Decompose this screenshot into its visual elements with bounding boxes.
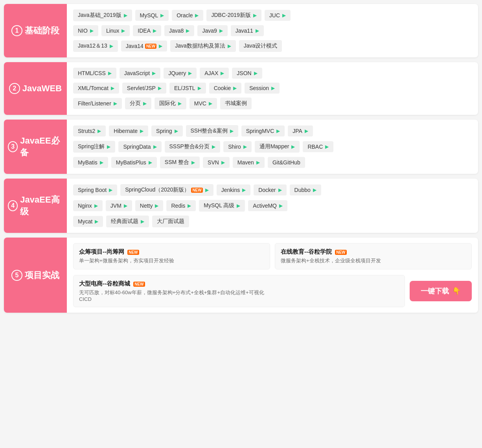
tag-section2-0-3[interactable]: AJAX▶ — [200, 68, 229, 79]
tag-section1-2-0[interactable]: Java12＆13▶ — [73, 40, 118, 52]
tag-section1-0-0[interactable]: Java基础_2019版▶ — [73, 9, 132, 21]
tag-section4-1-3[interactable]: Redis▶ — [166, 200, 196, 211]
tag-text: Dubbo — [294, 187, 311, 193]
tag-text: MySQL — [140, 12, 158, 18]
arrow-icon: ▶ — [124, 203, 127, 208]
project-large-card[interactable]: 大型电商--谷粒商城 NEW 无可匹敌，对标40-60w年薪，微服务架构+分布式… — [73, 275, 405, 307]
tag-section3-1-1[interactable]: SpringData▶ — [118, 141, 161, 152]
section4: 4 JavaEE高级 Spring Boot▶SpringCloud（2020新… — [4, 179, 478, 233]
tag-text: JVM — [110, 203, 121, 209]
arrow-icon: ▶ — [153, 28, 156, 33]
tag-section1-2-2[interactable]: Java数据结构及算法▶ — [170, 40, 236, 52]
tag-section2-0-0[interactable]: HTML/CSS▶ — [73, 68, 116, 79]
arrow-icon: ▶ — [195, 13, 199, 18]
tag-section4-2-2[interactable]: 大厂面试题 — [152, 216, 189, 227]
tag-section1-0-1[interactable]: MySQL▶ — [135, 10, 169, 21]
section2-content: HTML/CSS▶JavaScript▶JQuery▶AJAX▶JSON▶XML… — [67, 62, 478, 115]
section3-content: Struts2▶Hibernate▶Spring▶SSH整合&案例▶Spring… — [67, 120, 478, 174]
project-card-1[interactable]: 众筹项目--尚筹网 NEW 单一架构+微服务架构，夯实项目开发经验 — [73, 243, 270, 269]
tag-section1-2-3[interactable]: Java设计模式 — [239, 40, 282, 52]
arrow-icon: ▶ — [111, 85, 114, 91]
arrow-icon: ▶ — [242, 187, 246, 193]
tag-section2-2-0[interactable]: Filter/Listener▶ — [73, 98, 122, 109]
download-button[interactable]: 一键下载 👇 — [410, 281, 472, 301]
tag-section2-0-4[interactable]: JSON▶ — [232, 68, 262, 79]
tag-section1-1-3[interactable]: Java8▶ — [164, 25, 194, 36]
section1-label: 1 基础阶段 — [4, 4, 67, 57]
section1-title: 基础阶段 — [25, 25, 59, 37]
tag-section3-0-2[interactable]: Spring▶ — [151, 125, 182, 136]
section3: 3 JavaEE必备 Struts2▶Hibernate▶Spring▶SSH整… — [4, 120, 478, 174]
project1-desc: 单一架构+微服务架构，夯实项目开发经验 — [79, 257, 264, 264]
tag-section3-2-4[interactable]: Maven▶ — [233, 157, 265, 168]
tag-section2-2-4[interactable]: 书城案例 — [220, 98, 252, 109]
arrow-icon: ▶ — [98, 128, 101, 134]
tag-section4-0-2[interactable]: Jenkins▶ — [217, 184, 250, 195]
tag-section1-0-4[interactable]: JUC▶ — [265, 10, 291, 21]
tag-section1-0-2[interactable]: Oracle▶ — [172, 10, 203, 21]
tag-section4-2-1[interactable]: 经典面试题▶ — [106, 216, 149, 227]
tag-text: Oracle — [177, 12, 193, 18]
tag-text: MySQL 高级 — [204, 202, 234, 209]
tag-section3-1-5[interactable]: RBAC▶ — [303, 141, 333, 152]
tag-section1-1-5[interactable]: Java11▶ — [231, 25, 264, 36]
tag-section2-0-1[interactable]: JavaScript▶ — [120, 68, 160, 79]
tag-section2-1-2[interactable]: EL/JSTL▶ — [169, 83, 206, 94]
tag-text: RBAC — [307, 144, 323, 150]
tag-section3-0-1[interactable]: Hibernate▶ — [109, 125, 148, 136]
tag-section3-0-3[interactable]: SSH整合&案例▶ — [186, 125, 238, 137]
tag-section4-0-0[interactable]: Spring Boot▶ — [73, 184, 117, 195]
tag-section2-1-3[interactable]: Cookie▶ — [209, 83, 242, 94]
tag-section4-1-4[interactable]: MySQL 高级▶ — [199, 200, 245, 212]
arrow-icon: ▶ — [94, 203, 98, 208]
tag-section3-0-4[interactable]: SpringMVC▶ — [241, 125, 285, 136]
tag-section2-1-4[interactable]: Session▶ — [245, 83, 280, 94]
tag-badge: NEW — [145, 44, 156, 49]
tag-section3-1-3[interactable]: Shiro▶ — [223, 141, 252, 152]
tag-section4-1-1[interactable]: JVM▶ — [106, 200, 132, 211]
tag-section2-1-0[interactable]: XML/Tomcat▶ — [73, 83, 119, 94]
tag-text: JavaScript — [124, 70, 150, 76]
tag-section4-0-4[interactable]: Dubbo▶ — [290, 184, 321, 195]
tag-section1-1-1[interactable]: Linux▶ — [101, 25, 130, 36]
tag-section1-1-0[interactable]: NIO▶ — [73, 25, 98, 36]
tag-section4-0-1[interactable]: SpringCloud（2020新版）NEW▶ — [120, 184, 213, 196]
tag-section3-0-0[interactable]: Struts2▶ — [73, 125, 106, 136]
tag-text: SVN — [208, 159, 219, 166]
project-card-2[interactable]: 在线教育--谷粒学院 NEW 微服务架构+全栈技术，企业级全栈项目开发 — [275, 243, 472, 269]
section5-num: 5 — [11, 270, 22, 281]
tag-section2-2-3[interactable]: MVC▶ — [189, 98, 217, 109]
arrow-icon: ▶ — [233, 85, 237, 91]
tag-section3-2-0[interactable]: MyBatis▶ — [73, 157, 108, 168]
section3-title: JavaEE必备 — [20, 135, 63, 159]
tag-section1-1-4[interactable]: Java9▶ — [197, 25, 227, 36]
tag-section2-0-2[interactable]: JQuery▶ — [164, 68, 197, 79]
tag-section3-2-2[interactable]: SSM 整合▶ — [160, 157, 200, 168]
arrow-icon: ▶ — [186, 28, 189, 33]
tag-section2-2-2[interactable]: 国际化▶ — [155, 98, 186, 109]
tag-section2-2-1[interactable]: 分页▶ — [125, 98, 151, 109]
tag-section2-1-1[interactable]: Servlet/JSP▶ — [122, 83, 166, 94]
tag-section1-2-1[interactable]: Java14NEW▶ — [121, 41, 167, 52]
tag-section3-0-5[interactable]: JPA▶ — [288, 125, 313, 136]
tag-section4-1-2[interactable]: Netty▶ — [135, 200, 164, 211]
tag-section1-0-3[interactable]: JDBC-2019新版▶ — [206, 9, 261, 21]
arrow-icon: ▶ — [160, 13, 164, 18]
tag-text: SpringData — [123, 144, 151, 150]
tag-section4-1-0[interactable]: Nginx▶ — [73, 200, 103, 211]
tag-section4-1-5[interactable]: ActiveMQ▶ — [248, 200, 287, 211]
arrow-icon: ▶ — [188, 203, 191, 208]
tag-section3-1-4[interactable]: 通用Mapper▶ — [255, 141, 300, 153]
tag-section3-2-5[interactable]: Git&GitHub — [268, 157, 305, 168]
tag-section4-0-3[interactable]: Docker▶ — [254, 184, 286, 195]
tag-section3-1-0[interactable]: Spring注解▶ — [73, 141, 115, 153]
tag-section3-1-2[interactable]: SSSP整合&分页▶ — [165, 141, 221, 153]
arrow-icon: ▶ — [305, 128, 308, 134]
section5-label: 5 项目实战 — [4, 238, 67, 313]
tag-section3-2-3[interactable]: SVN▶ — [203, 157, 230, 168]
arrow-icon: ▶ — [291, 144, 295, 149]
tag-section3-2-1[interactable]: MyBatisPlus▶ — [111, 157, 157, 168]
project2-desc: 微服务架构+全栈技术，企业级全栈项目开发 — [281, 257, 466, 264]
tag-section1-1-2[interactable]: IDEA▶ — [133, 25, 161, 36]
tag-section4-2-0[interactable]: Mycat▶ — [73, 216, 103, 227]
